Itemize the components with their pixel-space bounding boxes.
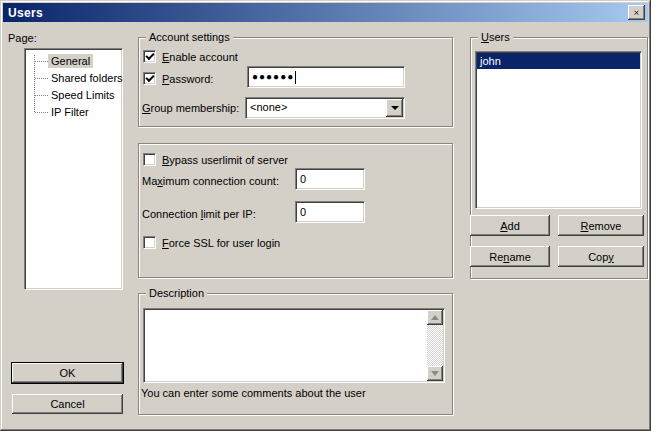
page-label: Page: [8, 31, 37, 45]
group-membership-value: <none> [250, 101, 287, 113]
tree-item-general[interactable]: General [27, 53, 120, 69]
enable-account-row: Enable account [143, 49, 238, 64]
bypass-userlimit-row: Bypass userlimit of server [143, 152, 288, 167]
max-connection-label: Maximum connection count: [142, 174, 279, 188]
description-textarea[interactable] [143, 308, 445, 383]
users-listbox[interactable]: john [475, 51, 642, 209]
user-name: john [480, 55, 501, 67]
password-checkbox[interactable] [143, 72, 156, 85]
close-button[interactable] [628, 5, 645, 20]
force-ssl-row: Force SSL for user login [143, 235, 280, 250]
tree-item-speed-limits[interactable]: Speed Limits [27, 87, 120, 103]
group-membership-label: Group membership: [142, 101, 239, 115]
connection-per-ip-value: 0 [300, 206, 306, 218]
enable-account-label: Enable account [162, 51, 238, 63]
titlebar[interactable]: Users [3, 3, 648, 22]
password-value: ●●●●●● [252, 72, 294, 82]
text-caret [295, 71, 296, 84]
arrow-down-icon [431, 371, 439, 380]
check-icon [145, 51, 154, 60]
combo-dropdown-button[interactable] [386, 99, 403, 117]
arrow-up-icon [431, 311, 439, 320]
copy-button[interactable]: Copy [558, 246, 644, 267]
tree-item-shared-folders[interactable]: Shared folders [27, 70, 120, 86]
tree-connector-stub [35, 95, 48, 96]
force-ssl-label: Force SSL for user login [162, 237, 280, 249]
users-caption: Users [478, 31, 513, 44]
rename-button[interactable]: Rename [470, 246, 550, 267]
tree-item-label[interactable]: General [48, 54, 93, 68]
ok-button[interactable]: OK [12, 363, 123, 383]
window-title: Users [8, 6, 43, 20]
force-ssl-checkbox[interactable] [143, 236, 156, 249]
users-dialog: Users Page: General Shared folders Speed… [0, 0, 651, 431]
description-caption: Description [146, 287, 207, 300]
tree-connector-stub [35, 112, 48, 113]
bypass-userlimit-checkbox[interactable] [143, 153, 156, 166]
group-membership-select[interactable]: <none> [245, 97, 405, 119]
description-hint: You can enter some comments about the us… [141, 386, 366, 400]
chevron-down-icon [391, 106, 399, 114]
tree-connector-stub [35, 78, 48, 79]
cancel-button[interactable]: Cancel [12, 394, 123, 414]
page-tree[interactable]: General Shared folders Speed Limits IP F… [24, 48, 123, 290]
connection-per-ip-label: Connection limit per IP: [142, 207, 256, 221]
enable-account-checkbox[interactable] [143, 50, 156, 63]
tree-item-label[interactable]: Shared folders [48, 71, 126, 85]
check-icon [145, 73, 154, 82]
tree-connector-stub [35, 61, 48, 62]
account-settings-caption: Account settings [146, 31, 233, 44]
tree-item-label[interactable]: Speed Limits [48, 88, 118, 102]
user-list-item-john[interactable]: john [477, 53, 640, 69]
max-connection-input[interactable]: 0 [295, 168, 365, 190]
remove-button[interactable]: Remove [558, 215, 644, 236]
password-input[interactable]: ●●●●●● [247, 66, 405, 88]
password-label: Password: [162, 73, 213, 85]
description-scrollbar[interactable] [427, 310, 443, 381]
scroll-up-button[interactable] [427, 310, 443, 325]
add-button[interactable]: Add [470, 215, 550, 236]
bypass-userlimit-label: Bypass userlimit of server [162, 154, 288, 166]
password-row: Password: [143, 71, 213, 86]
connection-per-ip-input[interactable]: 0 [295, 201, 365, 223]
tree-item-label[interactable]: IP Filter [48, 105, 92, 119]
max-connection-value: 0 [300, 173, 306, 185]
close-icon [634, 9, 639, 17]
scroll-down-button[interactable] [427, 366, 443, 381]
tree-item-ip-filter[interactable]: IP Filter [27, 104, 120, 120]
